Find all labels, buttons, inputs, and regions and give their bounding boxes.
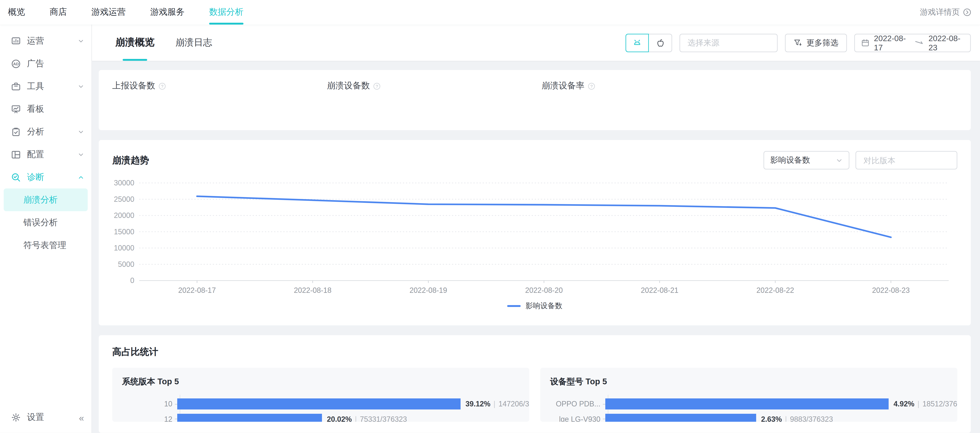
compare-version-input[interactable] (862, 155, 951, 166)
more-filters-label: 更多筛选 (807, 37, 838, 48)
bar-row-1[interactable]: lge LG-V9302.63%|9883/376323 (550, 414, 948, 422)
bar-value-text: 4.92%|18512/376323 (894, 399, 957, 408)
filter-funnel-icon (794, 38, 802, 47)
board-chart-icon (11, 104, 21, 114)
svg-text:10000: 10000 (114, 244, 134, 252)
bar-fill (177, 414, 322, 422)
bar-percent: 4.92% (894, 399, 915, 408)
line-chart-svg: 0500010000150002000025000300002022-08-17… (112, 178, 957, 296)
monitor-bars-icon (11, 36, 21, 46)
svg-text:2022-08-19: 2022-08-19 (409, 286, 447, 294)
chevron-down-icon (78, 83, 84, 89)
bar-category-label: OPPO PDB... (550, 399, 603, 408)
top-nav-item-1[interactable]: 商店 (50, 0, 67, 24)
sidebar-item-0[interactable]: 运营 (0, 29, 91, 52)
bar-tick-mark (603, 404, 605, 404)
high-ratio-title: 高占比统计 (112, 346, 957, 358)
sidebar-item-3[interactable]: 看板 (0, 97, 91, 120)
tab-0[interactable]: 崩溃概览 (115, 24, 154, 61)
chevron-down-icon (78, 129, 84, 135)
top5-card-0: 系统版本 Top 51039.12%|147206/3763231220.02%… (112, 368, 529, 422)
layout-grid-icon (11, 150, 21, 160)
sidebar-item-2[interactable]: 工具 (0, 75, 91, 97)
svg-text:?: ? (376, 83, 378, 88)
top-nav-items: 概览商店游戏运营游戏服务数据分析 (8, 0, 268, 24)
bar-detail: 75331/376323 (360, 415, 407, 422)
platform-ios-button[interactable] (649, 34, 672, 52)
bar-separator: | (352, 415, 360, 422)
svg-text:2022-08-20: 2022-08-20 (525, 286, 563, 294)
stat-label: 崩溃设备率 (541, 80, 584, 91)
bar-row-0[interactable]: OPPO PDB...4.92%|18512/376323 (550, 398, 948, 409)
bar-percent: 39.12% (466, 399, 490, 408)
bar-row-1[interactable]: 1220.02%|75331/376323 (122, 414, 519, 422)
source-select-input[interactable] (686, 37, 771, 48)
sidebar-subitem-6-0[interactable]: 崩溃分析 (4, 189, 88, 211)
date-range-picker[interactable]: 2022-08-17 2022-08-23 (854, 34, 971, 52)
legend-label: 影响设备数 (525, 301, 562, 311)
sidebar-subitem-6-2[interactable]: 符号表管理 (4, 234, 88, 257)
app-window: 概览商店游戏运营游戏服务数据分析 游戏详情页 运营AD广告工具看板分析配置诊断崩… (0, 0, 980, 433)
more-filters-button[interactable]: 更多筛选 (785, 34, 847, 52)
bar-fill (605, 414, 756, 422)
svg-text:2022-08-22: 2022-08-22 (756, 286, 794, 294)
stat-label: 上报设备数 (112, 80, 155, 91)
top5-card-1: 设备型号 Top 5OPPO PDB...4.92%|18512/376323l… (540, 368, 957, 422)
bar-separator: | (915, 399, 922, 408)
chevron-down-icon (836, 157, 843, 164)
metric-select[interactable]: 影响设备数 (764, 151, 850, 169)
top-navigation: 概览商店游戏运营游戏服务数据分析 游戏详情页 (0, 0, 980, 24)
top-nav-item-4[interactable]: 数据分析 (209, 0, 243, 24)
svg-text:2022-08-21: 2022-08-21 (641, 286, 678, 294)
chart-legend[interactable]: 影响设备数 (112, 301, 957, 311)
sidebar-item-6[interactable]: 诊断 (0, 166, 91, 189)
sidebar-footer: 设置 « (11, 409, 84, 427)
date-start: 2022-08-17 (874, 34, 910, 52)
help-icon[interactable]: ? (587, 82, 595, 90)
top-nav-item-3[interactable]: 游戏服务 (150, 0, 185, 24)
bar-tick-mark (603, 419, 605, 419)
apple-icon (655, 38, 665, 48)
help-icon[interactable]: ? (373, 82, 381, 90)
game-detail-link[interactable]: 游戏详情页 (920, 0, 980, 24)
source-select[interactable] (679, 34, 778, 52)
top5-card-title: 系统版本 Top 5 (122, 376, 519, 387)
page-header: 崩溃概览崩溃日志 (92, 24, 980, 61)
calendar-icon (861, 38, 870, 47)
svg-text:5000: 5000 (118, 260, 134, 268)
bar-detail: 9883/376323 (790, 415, 833, 422)
platform-android-button[interactable] (625, 34, 649, 52)
sidebar: 运营AD广告工具看板分析配置诊断崩溃分析错误分析符号表管理 设置 « (0, 24, 92, 433)
bar-category-label: 10 (122, 399, 175, 408)
sidebar-item-4[interactable]: 分析 (0, 120, 91, 143)
help-icon[interactable]: ? (158, 82, 166, 90)
sidebar-subitem-6-1[interactable]: 错误分析 (4, 211, 88, 234)
top-nav-item-0[interactable]: 概览 (8, 0, 25, 24)
bar-category-label: lge LG-V930 (550, 415, 603, 422)
bar-row-0[interactable]: 1039.12%|147206/376323 (122, 398, 519, 409)
stat-column-1: 崩溃设备数? (327, 80, 541, 130)
sidebar-item-1[interactable]: AD广告 (0, 52, 91, 75)
tab-1[interactable]: 崩溃日志 (175, 24, 212, 61)
sidebar-item-5[interactable]: 配置 (0, 143, 91, 166)
search-check-icon (11, 172, 21, 182)
stat-label: 崩溃设备数 (327, 80, 370, 91)
svg-text:20000: 20000 (114, 211, 134, 220)
bar-fill (177, 398, 461, 409)
bar-detail: 18512/376323 (922, 399, 957, 408)
metric-select-value: 影响设备数 (770, 155, 810, 166)
bar-value-text: 2.63%|9883/376323 (761, 415, 833, 422)
settings-label[interactable]: 设置 (27, 412, 44, 423)
circle-chevron-right-icon (963, 8, 971, 17)
bar-category-label: 12 (122, 415, 175, 422)
svg-text:?: ? (590, 83, 593, 88)
sidebar-item-label: 配置 (27, 149, 78, 160)
top-nav-item-2[interactable]: 游戏运营 (91, 0, 126, 24)
high-ratio-stats-card: 高占比统计 系统版本 Top 51039.12%|147206/37632312… (99, 335, 971, 433)
sidebar-item-label: 广告 (27, 58, 84, 69)
chevron-down-icon (78, 152, 84, 158)
bar-percent: 20.02% (327, 415, 352, 422)
platform-toggle (625, 34, 672, 52)
collapse-sidebar-icon[interactable]: « (79, 413, 84, 422)
compare-version-select[interactable] (856, 151, 957, 169)
